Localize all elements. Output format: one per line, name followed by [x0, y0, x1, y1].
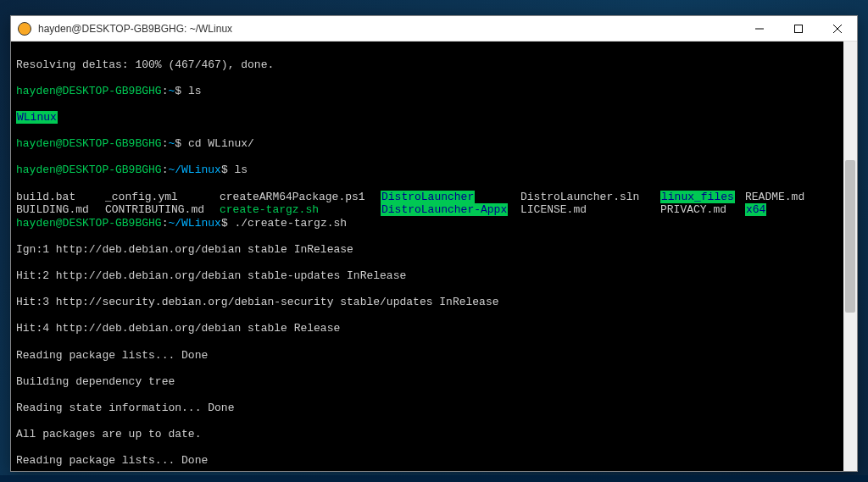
output-line: Resolving deltas: 100% (467/467), done. — [16, 58, 852, 72]
output-line: All packages are up to date. — [16, 428, 852, 441]
prompt-line: hayden@DESKTOP-GB9BGHG:~$ ls — [16, 85, 852, 98]
window-title: hayden@DESKTOP-GB9BGHG: ~/WLinux — [38, 23, 740, 35]
terminal-body[interactable]: Resolving deltas: 100% (467/467), done. … — [11, 42, 857, 471]
desktop-taskbar — [0, 475, 868, 482]
titlebar[interactable]: hayden@DESKTOP-GB9BGHG: ~/WLinux — [11, 16, 857, 42]
ls-row: BUILDING.mdCONTRIBUTING.mdcreate-targz.s… — [16, 203, 766, 217]
output-line: Ign:1 http://deb.debian.org/debian stabl… — [16, 243, 852, 257]
maximize-button[interactable] — [779, 16, 818, 42]
output-line: Reading state information... Done — [16, 402, 852, 415]
window-controls — [740, 16, 857, 42]
ls-row: build.bat_config.ymlcreateARM64Package.p… — [16, 191, 804, 204]
output-line: Reading package lists... Done — [16, 349, 852, 363]
terminal-window: hayden@DESKTOP-GB9BGHG: ~/WLinux Resolvi… — [10, 15, 858, 472]
output-line: Hit:3 http://security.debian.org/debian-… — [16, 296, 852, 309]
output-line: Hit:4 http://deb.debian.org/debian stabl… — [16, 322, 852, 335]
svg-rect-1 — [795, 25, 803, 32]
ls-output: WLinux — [16, 111, 852, 125]
output-line: Hit:2 http://deb.debian.org/debian stabl… — [16, 269, 852, 283]
prompt-line: hayden@DESKTOP-GB9BGHG:~$ cd WLinux/ — [16, 137, 852, 151]
output-line: Reading package lists... Done — [16, 454, 852, 468]
vertical-scrollbar[interactable] — [843, 42, 857, 471]
close-button[interactable] — [818, 16, 857, 42]
output-line: Building dependency tree — [16, 375, 852, 389]
minimize-button[interactable] — [740, 16, 779, 42]
app-icon — [18, 22, 31, 36]
scrollbar-thumb[interactable] — [845, 160, 855, 313]
prompt-line: hayden@DESKTOP-GB9BGHG:~/WLinux$ ./creat… — [16, 217, 852, 230]
prompt-line: hayden@DESKTOP-GB9BGHG:~/WLinux$ ls — [16, 163, 852, 177]
